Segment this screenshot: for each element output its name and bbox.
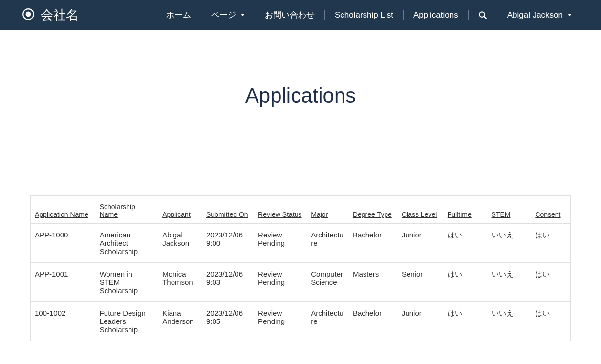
cell-degree-type: Masters — [349, 263, 398, 302]
brand-logo-icon — [22, 8, 35, 22]
applications-table-wrapper: Application Name Scholarship Name Applic… — [30, 195, 571, 341]
svg-line-3 — [484, 16, 486, 19]
navbar: 会社名 ホーム ページ お問い合わせ Scholarship List Appl… — [0, 0, 601, 30]
col-header-applicant[interactable]: Applicant — [158, 196, 202, 224]
cell-application-name: APP-1000 — [31, 224, 96, 263]
table-row[interactable]: 100-1002Future Design Leaders Scholarshi… — [31, 302, 570, 341]
cell-major: Computer Science — [307, 263, 349, 302]
chevron-down-icon — [241, 14, 245, 16]
search-icon — [478, 11, 487, 20]
table-header-row: Application Name Scholarship Name Applic… — [31, 196, 570, 224]
cell-review-status: Review Pending — [254, 224, 307, 263]
nav-pages[interactable]: ページ — [201, 9, 255, 21]
cell-consent: はい — [531, 263, 570, 302]
cell-class-level: Senior — [398, 263, 444, 302]
nav-list: ホーム ページ お問い合わせ Scholarship List Applicat… — [108, 9, 581, 21]
cell-application-name: 100-1002 — [31, 302, 96, 341]
cell-consent: はい — [531, 224, 570, 263]
cell-applicant: Monica Thomson — [158, 263, 202, 302]
cell-submitted-on: 2023/12/06 9:00 — [202, 224, 254, 263]
col-header-fulltime[interactable]: Fulltime — [444, 196, 488, 224]
cell-applicant: Kiana Anderson — [158, 302, 202, 341]
nav-search[interactable] — [469, 11, 497, 20]
cell-application-name: APP-1001 — [31, 263, 96, 302]
cell-degree-type: Bachelor — [349, 224, 398, 263]
cell-stem: いいえ — [488, 263, 532, 302]
col-header-class-level[interactable]: Class Level — [398, 196, 444, 224]
applications-table: Application Name Scholarship Name Applic… — [31, 196, 570, 341]
cell-degree-type: Bachelor — [349, 302, 398, 341]
cell-review-status: Review Pending — [254, 302, 307, 341]
nav-home[interactable]: ホーム — [156, 9, 201, 21]
nav-applications[interactable]: Applications — [404, 10, 468, 20]
chevron-down-icon — [568, 14, 572, 16]
cell-submitted-on: 2023/12/06 9:05 — [202, 302, 254, 341]
page-title: Applications — [0, 84, 601, 107]
cell-scholarship-name: Future Design Leaders Scholarship — [96, 302, 159, 341]
nav-user-label: Abigal Jackson — [507, 10, 563, 20]
nav-user-menu[interactable]: Abigal Jackson — [497, 10, 581, 20]
col-header-application-name[interactable]: Application Name — [31, 196, 96, 224]
cell-stem: いいえ — [488, 302, 532, 341]
cell-scholarship-name: American Architect Scholarship — [96, 224, 159, 263]
cell-class-level: Junior — [398, 302, 444, 341]
nav-scholarship-list[interactable]: Scholarship List — [325, 10, 403, 20]
col-header-stem[interactable]: STEM — [488, 196, 532, 224]
col-header-major[interactable]: Major — [307, 196, 349, 224]
cell-fulltime: はい — [444, 302, 488, 341]
svg-point-1 — [26, 12, 31, 17]
cell-review-status: Review Pending — [254, 263, 307, 302]
cell-fulltime: はい — [444, 263, 488, 302]
table-row[interactable]: APP-1001Women in STEM ScholarshipMonica … — [31, 263, 570, 302]
brand-name: 会社名 — [41, 6, 79, 23]
cell-submitted-on: 2023/12/06 9:03 — [202, 263, 254, 302]
cell-applicant: Abigal Jackson — [158, 224, 202, 263]
col-header-consent[interactable]: Consent — [531, 196, 570, 224]
col-header-review-status[interactable]: Review Status — [254, 196, 307, 224]
col-header-scholarship-name[interactable]: Scholarship Name — [96, 196, 159, 224]
nav-contact[interactable]: お問い合わせ — [255, 9, 324, 21]
cell-major: Architecture — [307, 302, 349, 341]
cell-scholarship-name: Women in STEM Scholarship — [96, 263, 159, 302]
col-header-submitted-on[interactable]: Submitted On — [202, 196, 254, 224]
cell-class-level: Junior — [398, 224, 444, 263]
cell-major: Architecture — [307, 224, 349, 263]
table-row[interactable]: APP-1000American Architect ScholarshipAb… — [31, 224, 570, 263]
cell-stem: いいえ — [488, 224, 532, 263]
nav-pages-label: ページ — [211, 9, 236, 21]
cell-consent: はい — [531, 302, 570, 341]
cell-fulltime: はい — [444, 224, 488, 263]
col-header-degree-type[interactable]: Degree Type — [349, 196, 398, 224]
brand[interactable]: 会社名 — [22, 6, 79, 23]
